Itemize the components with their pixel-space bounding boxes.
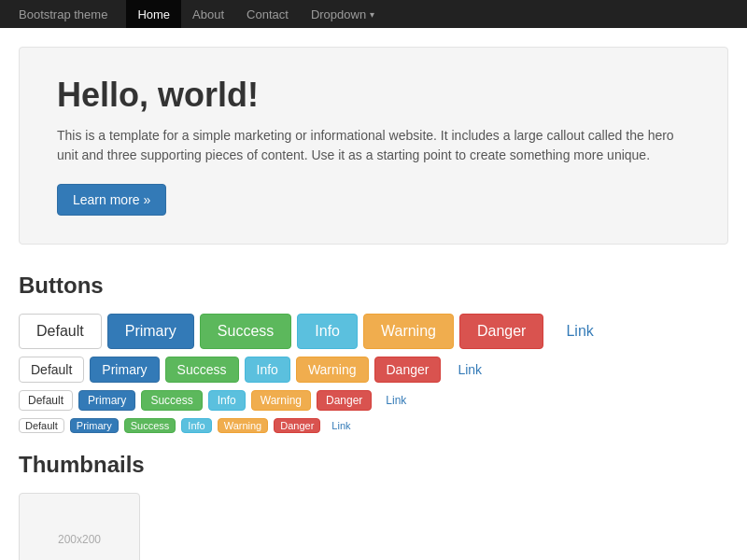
hero-title: Hello, world! bbox=[57, 76, 690, 115]
btn-default-md[interactable]: Default bbox=[19, 357, 84, 383]
btn-link-xs[interactable]: Link bbox=[326, 419, 356, 432]
btn-link-md[interactable]: Link bbox=[446, 357, 493, 382]
nav-item-contact[interactable]: Contact bbox=[235, 0, 300, 28]
btn-primary-sm[interactable]: Primary bbox=[78, 390, 135, 411]
thumbnail-item[interactable]: 200x200 bbox=[19, 493, 140, 560]
btn-success-sm[interactable]: Success bbox=[141, 390, 202, 411]
btn-info-sm[interactable]: Info bbox=[208, 390, 246, 411]
thumbnails-section: Thumbnails 200x200 bbox=[19, 452, 728, 560]
buttons-section: Buttons Default Primary Success Info War… bbox=[19, 273, 728, 433]
btn-warning-lg[interactable]: Warning bbox=[363, 314, 454, 349]
btn-link-sm[interactable]: Link bbox=[377, 391, 415, 410]
dropdown-label: Dropdown ▾ bbox=[311, 7, 374, 21]
navbar: Bootstrap theme Home About Contact Dropd… bbox=[0, 0, 747, 28]
buttons-title: Buttons bbox=[19, 273, 728, 299]
btn-primary-lg[interactable]: Primary bbox=[107, 314, 194, 349]
btn-success-md[interactable]: Success bbox=[165, 357, 239, 383]
nav-item-dropdown[interactable]: Dropdown ▾ bbox=[300, 0, 386, 28]
thumbnail-label: 200x200 bbox=[58, 533, 101, 546]
btn-danger-xs[interactable]: Danger bbox=[274, 418, 320, 433]
btn-primary-xs[interactable]: Primary bbox=[70, 418, 119, 433]
button-row-md: Default Primary Success Info Warning Dan… bbox=[19, 357, 728, 383]
btn-danger-lg[interactable]: Danger bbox=[459, 314, 543, 349]
btn-info-lg[interactable]: Info bbox=[297, 314, 358, 349]
button-row-xs: Default Primary Success Info Warning Dan… bbox=[19, 418, 728, 433]
button-row-sm: Default Primary Success Info Warning Dan… bbox=[19, 390, 728, 411]
learn-more-button[interactable]: Learn more » bbox=[57, 184, 166, 216]
btn-info-md[interactable]: Info bbox=[245, 357, 290, 383]
nav-items: Home About Contact Dropdown ▾ bbox=[126, 0, 386, 28]
btn-warning-xs[interactable]: Warning bbox=[218, 418, 269, 433]
btn-link-lg[interactable]: Link bbox=[549, 315, 610, 348]
btn-danger-sm[interactable]: Danger bbox=[317, 390, 372, 411]
hero-description: This is a template for a simple marketin… bbox=[57, 126, 690, 165]
btn-warning-sm[interactable]: Warning bbox=[251, 390, 311, 411]
btn-default-xs[interactable]: Default bbox=[19, 418, 64, 433]
btn-primary-md[interactable]: Primary bbox=[90, 357, 159, 383]
btn-default-lg[interactable]: Default bbox=[19, 314, 102, 349]
button-row-lg: Default Primary Success Info Warning Dan… bbox=[19, 314, 728, 349]
btn-warning-md[interactable]: Warning bbox=[296, 357, 369, 383]
thumbnails-title: Thumbnails bbox=[19, 452, 728, 478]
navbar-brand[interactable]: Bootstrap theme bbox=[19, 7, 107, 21]
btn-success-xs[interactable]: Success bbox=[124, 418, 176, 433]
btn-danger-md[interactable]: Danger bbox=[374, 357, 442, 383]
main-content: Hello, world! This is a template for a s… bbox=[19, 28, 728, 560]
nav-item-home[interactable]: Home bbox=[126, 0, 181, 28]
btn-default-sm[interactable]: Default bbox=[19, 390, 73, 411]
hero-unit: Hello, world! This is a template for a s… bbox=[19, 47, 728, 245]
chevron-down-icon: ▾ bbox=[370, 9, 374, 20]
nav-item-about[interactable]: About bbox=[181, 0, 235, 28]
btn-success-lg[interactable]: Success bbox=[200, 314, 291, 349]
btn-info-xs[interactable]: Info bbox=[181, 418, 211, 433]
